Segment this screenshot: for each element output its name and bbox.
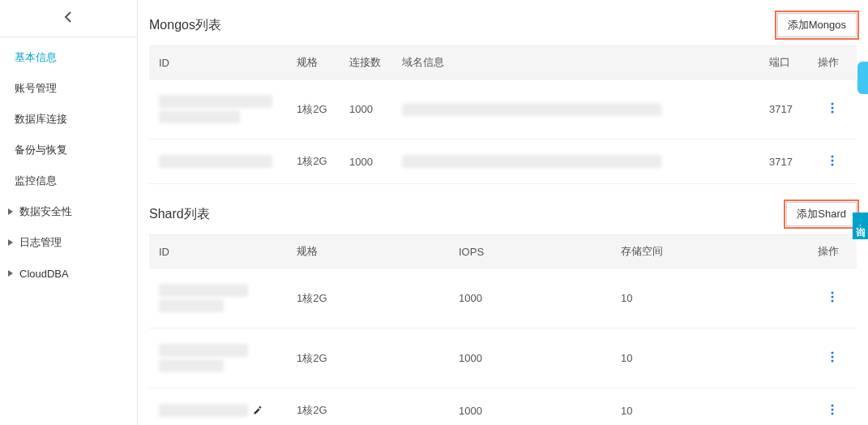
- cell-id: [149, 268, 287, 328]
- cell-iops: 1000: [449, 268, 611, 328]
- caret-right-icon: [6, 268, 16, 278]
- cell-spec: 1核2G: [287, 79, 340, 140]
- more-vertical-icon: [831, 406, 834, 418]
- add-shard-button[interactable]: 添加Shard: [786, 202, 857, 226]
- table-row: 1核2G 1000 10: [149, 328, 857, 389]
- table-row: 1核2G 1000 10: [149, 389, 857, 426]
- svg-point-12: [832, 352, 834, 354]
- side-handle[interactable]: [857, 62, 868, 94]
- sidebar-item-label: 数据安全性: [19, 204, 72, 219]
- cell-conn: 1000: [340, 140, 392, 184]
- sidebar-item-account[interactable]: 账号管理: [0, 73, 137, 104]
- cell-spec: 1核2G: [287, 140, 340, 184]
- feedback-tab[interactable]: 咨询 · 建议: [853, 212, 868, 239]
- table-row: 1核2G 1000 3717: [149, 140, 857, 184]
- more-vertical-icon: [831, 293, 834, 305]
- cell-id: [149, 140, 287, 184]
- table-row: 1核2G 1000 10: [149, 268, 857, 328]
- cell-id: [149, 328, 287, 389]
- shard-table: ID 规格 IOPS 存储空间 操作 1核2G 1000 10 1核2G 100…: [149, 234, 857, 425]
- col-spec: 规格: [287, 235, 449, 268]
- col-ops: 操作: [808, 46, 857, 79]
- svg-point-10: [832, 296, 834, 298]
- svg-marker-2: [8, 270, 13, 277]
- cell-iops: 1000: [449, 389, 611, 426]
- sidebar: 基本信息 账号管理 数据库连接 备份与恢复 监控信息 数据安全性 日志管理 Cl…: [0, 0, 138, 425]
- svg-point-17: [832, 412, 834, 414]
- svg-point-9: [832, 292, 834, 294]
- cell-id: [149, 79, 287, 140]
- row-actions-button[interactable]: [808, 140, 857, 184]
- cell-spec: 1核2G: [287, 268, 449, 328]
- cell-domain: [392, 140, 759, 184]
- svg-point-7: [832, 159, 834, 161]
- table-row: 1核2G 1000 3717: [149, 79, 857, 140]
- col-storage: 存储空间: [611, 235, 808, 268]
- svg-point-13: [832, 356, 834, 358]
- svg-point-5: [832, 111, 834, 114]
- svg-marker-0: [8, 208, 13, 215]
- cell-domain: [392, 79, 759, 140]
- cell-iops: 1000: [449, 328, 611, 389]
- mongos-header: Mongos列表 添加Mongos: [149, 13, 857, 37]
- svg-marker-1: [8, 239, 13, 246]
- svg-point-6: [832, 155, 834, 157]
- svg-point-16: [832, 408, 834, 410]
- col-conn: 连接数: [340, 46, 392, 79]
- row-actions-button[interactable]: [808, 268, 857, 328]
- sidebar-item-monitoring[interactable]: 监控信息: [0, 165, 137, 196]
- main-content: Mongos列表 添加Mongos ID 规格 连接数 域名信息 端口 操作 1…: [138, 0, 868, 425]
- cell-port: 3717: [759, 79, 808, 140]
- cell-spec: 1核2G: [287, 328, 449, 389]
- shard-title: Shard列表: [149, 206, 210, 223]
- mongos-table: ID 规格 连接数 域名信息 端口 操作 1核2G 1000 3717 1核2G…: [149, 45, 857, 184]
- col-id: ID: [149, 235, 287, 268]
- sidebar-item-backup[interactable]: 备份与恢复: [0, 135, 137, 165]
- col-iops: IOPS: [449, 235, 611, 268]
- cell-storage: 10: [611, 328, 808, 389]
- cell-spec: 1核2G: [287, 389, 449, 426]
- svg-point-15: [832, 404, 834, 406]
- caret-right-icon: [6, 238, 16, 247]
- shard-header: Shard列表 添加Shard: [149, 202, 857, 226]
- sidebar-item-security[interactable]: 数据安全性: [0, 196, 137, 227]
- svg-point-8: [832, 163, 834, 165]
- cell-conn: 1000: [340, 79, 392, 140]
- sidebar-item-db-connection[interactable]: 数据库连接: [0, 104, 137, 135]
- sidebar-item-basic-info[interactable]: 基本信息: [0, 42, 137, 73]
- caret-right-icon: [6, 207, 16, 217]
- more-vertical-icon: [831, 157, 834, 169]
- cell-id: [149, 389, 287, 426]
- sidebar-item-label: 账号管理: [15, 81, 57, 96]
- col-port: 端口: [759, 46, 808, 79]
- more-vertical-icon: [831, 104, 834, 116]
- sidebar-item-label: 备份与恢复: [15, 143, 67, 157]
- svg-point-14: [832, 360, 834, 363]
- edit-icon[interactable]: [253, 406, 263, 415]
- sidebar-item-label: 日志管理: [19, 235, 62, 250]
- sidebar-item-label: CloudDBA: [19, 268, 69, 280]
- back-button[interactable]: [0, 0, 137, 37]
- svg-point-4: [832, 107, 834, 109]
- sidebar-item-clouddba[interactable]: CloudDBA: [0, 258, 137, 289]
- row-actions-button[interactable]: [808, 389, 857, 426]
- add-mongos-button[interactable]: 添加Mongos: [777, 13, 857, 37]
- mongos-title: Mongos列表: [149, 17, 221, 34]
- cell-port: 3717: [759, 140, 808, 184]
- chevron-left-icon: [62, 11, 75, 26]
- sidebar-item-label: 基本信息: [15, 50, 57, 65]
- sidebar-item-logs[interactable]: 日志管理: [0, 227, 137, 258]
- sidebar-item-label: 监控信息: [15, 174, 57, 188]
- col-spec: 规格: [287, 46, 340, 79]
- cell-storage: 10: [611, 268, 808, 328]
- cell-storage: 10: [611, 389, 808, 426]
- svg-point-3: [832, 103, 834, 105]
- svg-point-11: [832, 300, 834, 303]
- col-domain: 域名信息: [392, 46, 759, 79]
- row-actions-button[interactable]: [808, 79, 857, 140]
- col-ops: 操作: [808, 235, 857, 268]
- row-actions-button[interactable]: [808, 328, 857, 389]
- sidebar-item-label: 数据库连接: [15, 112, 67, 127]
- more-vertical-icon: [831, 353, 834, 365]
- col-id: ID: [149, 46, 287, 79]
